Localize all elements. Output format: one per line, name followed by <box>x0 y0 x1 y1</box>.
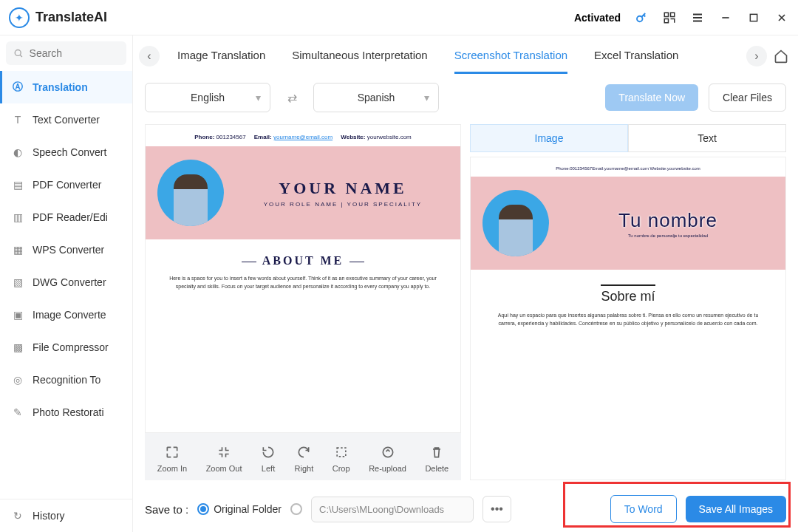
sidebar-item-pdf-reader[interactable]: ▥PDF Reader/Edi <box>0 201 132 233</box>
restore-icon: ✎ <box>10 405 25 420</box>
search-input[interactable] <box>30 47 119 59</box>
qr-icon[interactable] <box>662 10 677 25</box>
app-name: TranslateAI <box>35 10 107 25</box>
subtab-text[interactable]: Text <box>628 124 786 152</box>
reader-icon: ▥ <box>10 210 25 225</box>
search-box[interactable] <box>6 41 126 65</box>
rotate-left-button[interactable]: Left <box>261 445 276 473</box>
avatar-image-es <box>482 190 549 256</box>
home-icon[interactable] <box>770 45 792 67</box>
delete-button[interactable]: Delete <box>425 445 449 473</box>
svg-point-0 <box>637 16 643 21</box>
close-icon[interactable] <box>774 10 789 25</box>
sidebar-item-recognition[interactable]: ◎Recognition To <box>0 364 132 396</box>
zoom-out-button[interactable]: Zoom Out <box>206 445 242 473</box>
reupload-button[interactable]: Re-upload <box>369 445 406 473</box>
text-icon: T <box>10 112 25 127</box>
dwg-icon: ▧ <box>10 275 25 290</box>
sidebar-item-history[interactable]: ↻History <box>0 499 132 532</box>
radio-original-folder[interactable]: Original Folder <box>197 503 282 515</box>
minimize-icon[interactable] <box>718 10 733 25</box>
radio-custom-folder[interactable] <box>290 503 302 515</box>
doc-es-about-text: Aquí hay un espacio para que insertes al… <box>491 312 765 327</box>
avatar-image <box>157 160 224 226</box>
app-logo-icon: ✦ <box>9 7 30 28</box>
translation-icon: Ⓐ <box>10 80 25 95</box>
key-icon[interactable] <box>634 10 649 25</box>
sidebar-item-wps-converter[interactable]: ▦WPS Converter <box>0 233 132 266</box>
clear-files-button[interactable]: Clear Files <box>709 83 786 112</box>
sidebar-item-dwg-converter[interactable]: ▧DWG Converter <box>0 266 132 299</box>
svg-point-5 <box>15 50 21 55</box>
target-language-select[interactable]: Spanish <box>313 83 439 112</box>
sidebar-item-text-converter[interactable]: TText Converter <box>0 103 132 136</box>
tabs-prev-button[interactable]: ‹ <box>139 46 160 66</box>
sidebar-item-pdf-converter[interactable]: ▤PDF Converter <box>0 168 132 201</box>
source-language-select[interactable]: English <box>145 83 270 112</box>
history-icon: ↻ <box>10 508 25 523</box>
crop-button[interactable]: Crop <box>332 445 350 473</box>
path-input[interactable]: C:\Users\MLoong\Downloads <box>311 497 474 522</box>
svg-rect-6 <box>337 448 346 457</box>
sidebar-item-image-converter[interactable]: ▣Image Converte <box>0 299 132 331</box>
svg-rect-2 <box>671 13 675 16</box>
doc-role: YOUR ROLE NAME | YOUR SPECIALITY <box>237 201 449 208</box>
maximize-icon[interactable] <box>746 10 761 25</box>
doc-es-role: Tu nombre de personalje tu especialidad <box>562 233 774 238</box>
doc-contact-header: Phone: 001234567 Email: yourname@email.c… <box>146 125 460 146</box>
compress-icon: ▩ <box>10 340 25 355</box>
source-preview: Phone: 001234567 Email: yourname@email.c… <box>145 124 461 433</box>
doc-es-name: Tu nombre <box>562 209 774 232</box>
browse-button[interactable]: ••• <box>482 496 511 522</box>
svg-rect-1 <box>664 13 668 16</box>
speech-icon: ◐ <box>10 145 25 160</box>
sidebar-item-speech-convert[interactable]: ◐Speech Convert <box>0 136 132 168</box>
pdf-icon: ▤ <box>10 177 25 192</box>
tab-excel-translation[interactable]: Excel Translation <box>594 38 678 74</box>
tab-image-translation[interactable]: Image Translation <box>177 38 265 74</box>
doc-es-header: Phone:001234567Email:yourname@email.com … <box>471 157 785 177</box>
sidebar-item-translation[interactable]: ⒶTranslation <box>0 71 132 103</box>
tab-simultaneous[interactable]: Simultaneous Interpretation <box>292 38 427 74</box>
sidebar-item-photo-restore[interactable]: ✎Photo Restorati <box>0 396 132 429</box>
search-icon <box>13 47 24 59</box>
doc-es-about-title: Sobre mí <box>601 284 655 304</box>
image-icon: ▣ <box>10 307 25 322</box>
menu-icon[interactable] <box>690 10 705 25</box>
zoom-in-button[interactable]: Zoom In <box>157 445 187 473</box>
translate-now-button[interactable]: Translate Now <box>605 84 698 111</box>
doc-name: YOUR NAME <box>237 179 449 198</box>
scan-icon: ◎ <box>10 372 25 387</box>
rotate-right-button[interactable]: Right <box>295 445 314 473</box>
swap-languages-button[interactable]: ⇄ <box>281 91 303 105</box>
to-word-button[interactable]: To Word <box>610 495 677 523</box>
translated-preview: Phone:001234567Email:yourname@email.com … <box>470 157 786 480</box>
save-all-images-button[interactable]: Save All Images <box>686 496 786 522</box>
save-to-label: Save to : <box>145 503 188 516</box>
sidebar-item-file-compressor[interactable]: ▩File Compressor <box>0 331 132 364</box>
activated-label: Activated <box>574 12 621 24</box>
wps-icon: ▦ <box>10 242 25 257</box>
tab-screenshot-translation[interactable]: Screenshot Translation <box>454 38 567 74</box>
svg-rect-4 <box>750 14 757 21</box>
svg-rect-3 <box>664 18 668 22</box>
tabs-next-button[interactable]: › <box>746 46 767 66</box>
doc-about-text: Here is a space for you to insert a few … <box>166 275 440 290</box>
doc-about-title: ABOUT ME <box>166 254 440 267</box>
subtab-image[interactable]: Image <box>470 124 628 152</box>
